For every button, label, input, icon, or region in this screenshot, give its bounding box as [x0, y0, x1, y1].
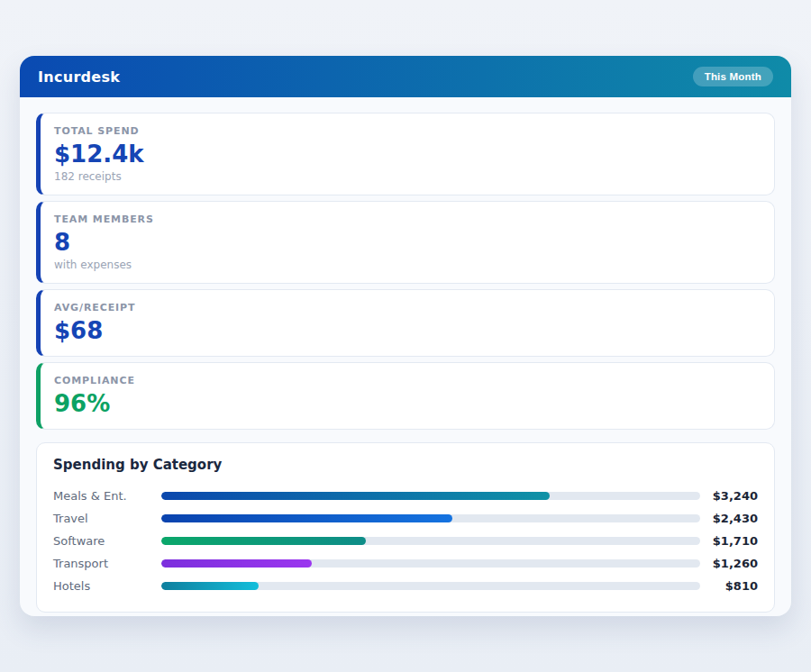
- dashboard-body: TOTAL SPEND $12.4k 182 receipts TEAM MEM…: [20, 97, 791, 629]
- bar-track: [161, 492, 700, 500]
- stat-value: $12.4k: [54, 140, 758, 168]
- bar-category-label: Meals & Ent.: [53, 489, 161, 503]
- bar-category-label: Software: [53, 534, 161, 548]
- bar-value-label: $3,240: [700, 489, 758, 503]
- bar-value-label: $810: [700, 579, 758, 593]
- bar-category-label: Travel: [53, 512, 161, 525]
- stat-card-total-spend: TOTAL SPEND $12.4k 182 receipts: [36, 113, 775, 195]
- bar-track: [161, 559, 700, 568]
- chart-title: Spending by Category: [53, 457, 758, 473]
- stat-card-avg-receipt: AVG/RECEIPT $68: [36, 289, 775, 357]
- dashboard-panel: Incurdesk This Month TOTAL SPEND $12.4k …: [20, 56, 791, 616]
- stat-value: 96%: [54, 389, 758, 418]
- bar-row-software: Software $1,710: [53, 530, 758, 552]
- bar-category-label: Transport: [53, 557, 161, 570]
- stat-label: AVG/RECEIPT: [54, 302, 758, 314]
- bar-value-label: $1,710: [700, 534, 758, 548]
- stat-card-team-members: TEAM MEMBERS 8 with expenses: [36, 201, 775, 284]
- bar-fill: [161, 537, 366, 545]
- period-badge[interactable]: This Month: [693, 67, 773, 86]
- stat-label: TEAM MEMBERS: [54, 213, 758, 226]
- bar-fill: [161, 514, 452, 522]
- bar-fill: [161, 492, 550, 500]
- app-title: Incurdesk: [38, 68, 120, 86]
- stat-label: COMPLIANCE: [54, 375, 758, 387]
- bar-track: [161, 514, 700, 522]
- stat-card-compliance: COMPLIANCE 96%: [36, 362, 775, 430]
- stat-value: $68: [54, 316, 758, 345]
- bar-fill: [161, 559, 312, 568]
- stat-subtext: 182 receipts: [54, 170, 758, 184]
- bar-row-hotels: Hotels $810: [53, 575, 758, 597]
- bar-value-label: $2,430: [700, 512, 758, 525]
- bar-row-travel: Travel $2,430: [53, 507, 758, 530]
- bar-track: [161, 537, 700, 545]
- bar-row-meals: Meals & Ent. $3,240: [53, 485, 758, 507]
- spending-by-category-chart: Spending by Category Meals & Ent. $3,240…: [36, 442, 775, 613]
- stat-subtext: with expenses: [54, 259, 758, 272]
- bar-value-label: $1,260: [700, 557, 758, 570]
- bar-row-transport: Transport $1,260: [53, 552, 758, 575]
- app-header: Incurdesk This Month: [20, 56, 791, 97]
- bar-category-label: Hotels: [53, 579, 161, 593]
- bar-fill: [161, 582, 259, 590]
- stat-value: 8: [54, 228, 758, 257]
- stat-label: TOTAL SPEND: [54, 125, 758, 138]
- bar-track: [161, 582, 700, 590]
